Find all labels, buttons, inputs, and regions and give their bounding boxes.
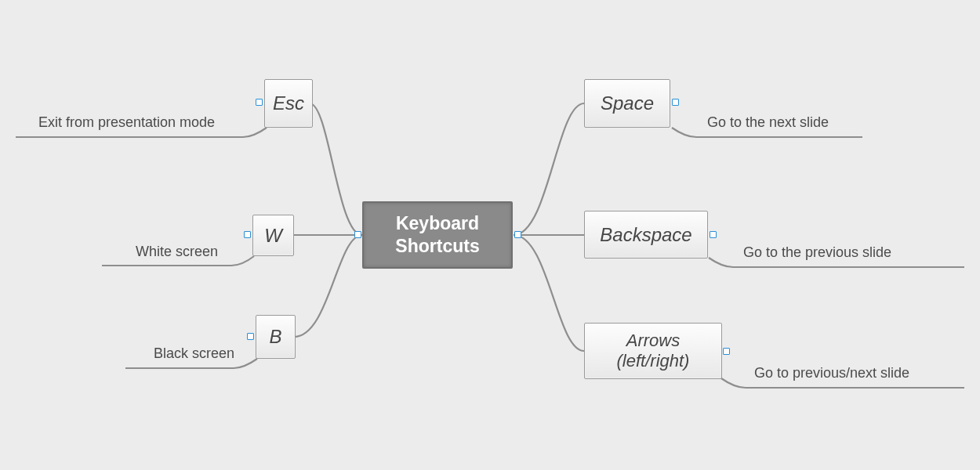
label-arrows: Go to previous/next slide (754, 365, 909, 381)
node-b[interactable]: B (256, 315, 296, 359)
node-esc-key: Esc (273, 92, 304, 114)
label-b: Black screen (154, 345, 234, 362)
node-esc[interactable]: Esc (264, 79, 313, 128)
expand-handle-left-icon[interactable] (354, 231, 361, 238)
node-backspace[interactable]: Backspace (584, 211, 708, 258)
central-node[interactable]: Keyboard Shortcuts (362, 201, 513, 269)
expand-handle-icon[interactable] (247, 333, 254, 340)
label-backspace: Go to the previous slide (743, 244, 891, 261)
label-esc: Exit from presentation mode (38, 114, 215, 131)
expand-handle-icon[interactable] (244, 231, 251, 238)
label-w: White screen (136, 244, 218, 260)
node-space-key: Space (601, 92, 654, 114)
mindmap-canvas: Keyboard Shortcuts Esc Exit from present… (0, 0, 980, 470)
central-title: Keyboard Shortcuts (364, 212, 511, 258)
expand-handle-icon[interactable] (672, 99, 679, 106)
expand-handle-icon[interactable] (710, 231, 717, 238)
node-backspace-key: Backspace (600, 224, 691, 246)
node-arrows[interactable]: Arrows (left/right) (584, 323, 722, 379)
node-arrows-key: Arrows (left/right) (591, 331, 715, 372)
expand-handle-icon[interactable] (723, 348, 730, 355)
node-w-key: W (264, 225, 282, 247)
label-space: Go to the next slide (707, 114, 829, 131)
expand-handle-icon[interactable] (256, 99, 263, 106)
node-space[interactable]: Space (584, 79, 670, 128)
node-w[interactable]: W (252, 215, 294, 256)
node-b-key: B (269, 326, 281, 348)
expand-handle-right-icon[interactable] (514, 231, 521, 238)
